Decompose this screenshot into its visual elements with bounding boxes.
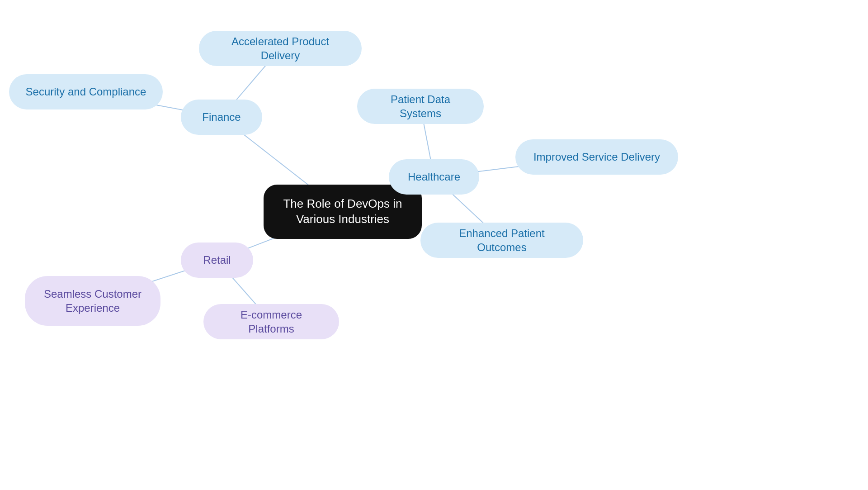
seamless-label: Seamless Customer Experience	[38, 287, 148, 315]
ecommerce-node: E-commerce Platforms	[203, 304, 339, 339]
center-node: The Role of DevOps in Various Industries	[264, 185, 422, 239]
finance-label: Finance	[202, 110, 241, 124]
improved-label: Improved Service Delivery	[533, 150, 660, 164]
seamless-node: Seamless Customer Experience	[25, 276, 160, 326]
security-node: Security and Compliance	[9, 74, 163, 109]
retail-node: Retail	[181, 243, 253, 278]
enhanced-node: Enhanced Patient Outcomes	[420, 223, 583, 258]
patient-data-label: Patient Data Systems	[370, 92, 471, 120]
accelerated-node: Accelerated Product Delivery	[199, 31, 362, 66]
enhanced-label: Enhanced Patient Outcomes	[433, 226, 571, 254]
accelerated-label: Accelerated Product Delivery	[212, 34, 349, 62]
patient-data-node: Patient Data Systems	[357, 89, 484, 124]
improved-node: Improved Service Delivery	[515, 139, 678, 175]
security-label: Security and Compliance	[26, 85, 146, 99]
center-label: The Role of DevOps in Various Industries	[276, 196, 409, 227]
retail-label: Retail	[203, 253, 231, 267]
healthcare-label: Healthcare	[408, 170, 460, 184]
healthcare-node: Healthcare	[389, 159, 479, 195]
ecommerce-label: E-commerce Platforms	[216, 308, 326, 336]
finance-node: Finance	[181, 100, 262, 135]
